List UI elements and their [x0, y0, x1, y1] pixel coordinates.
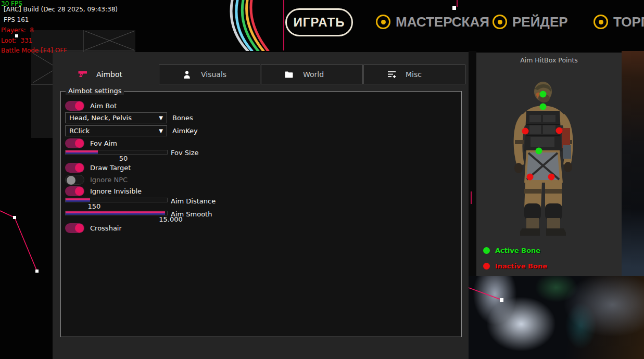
background-scene: [469, 276, 644, 359]
bones-dropdown-value: Head, Neck, Pelvis: [66, 114, 159, 122]
crosshair-toggle[interactable]: [65, 223, 84, 233]
tab-world[interactable]: World: [261, 65, 363, 84]
screen: 30 FPS [ARC] Build (Dec 28 2025, 09:43:3…: [0, 0, 644, 359]
folder-icon: [284, 70, 294, 79]
tab-aimbot-label: Aimbot: [96, 70, 122, 79]
right-shoulder-bone-dot: [556, 127, 563, 134]
raider-icon: [493, 15, 507, 29]
crosshair-label: Crosshair: [90, 224, 122, 232]
aim-smooth-slider-fill: [66, 211, 165, 215]
fov-aim-toggle[interactable]: [65, 138, 84, 148]
inactive-bone-label: Inactive Bone: [495, 262, 547, 270]
bones-label: Bones: [172, 114, 193, 122]
menu-item-raider[interactable]: РЕЙДЕР: [493, 13, 568, 31]
aim-bot-row: Aim Bot: [65, 101, 117, 111]
fov-aim-label: Fov Aim: [90, 139, 117, 147]
tab-visuals[interactable]: Visuals: [159, 65, 260, 84]
ignore-invisible-label: Ignore Invisible: [90, 187, 142, 195]
aim-distance-label: Aim Distance: [171, 197, 216, 205]
head-bone-dot: [540, 91, 547, 98]
aim-distance-value: 150: [84, 202, 105, 210]
right-hip-bone-dot: [548, 174, 555, 181]
draw-target-row: Draw Target: [65, 163, 131, 173]
aim-bot-label: Aim Bot: [90, 102, 117, 110]
fov-size-value: 50: [113, 155, 134, 162]
pelvis-bone-dot: [536, 148, 542, 155]
person-icon: [182, 70, 192, 79]
bones-dropdown[interactable]: Head, Neck, Pelvis ▼: [65, 112, 167, 123]
left-shoulder-bone-dot: [522, 128, 529, 135]
fov-aim-row: Fov Aim: [65, 138, 117, 148]
loot-count-label: Loot: 331: [1, 37, 32, 44]
trade-icon: [594, 15, 608, 29]
background-scene-right: [622, 51, 644, 276]
play-button[interactable]: ИГРАТЬ: [285, 8, 353, 36]
aimkey-dropdown[interactable]: RClick ▼: [65, 125, 167, 136]
aimbot-settings-group: Aimbot settings Aim Bot Head, Neck, Pelv…: [60, 91, 462, 337]
aim-smooth-slider[interactable]: [65, 211, 168, 215]
draw-target-toggle[interactable]: [65, 163, 84, 173]
menu-item-workshop-label: МАСТЕРСКАЯ: [396, 14, 489, 30]
aimkey-label: AimKey: [172, 127, 198, 135]
legend-inactive-bone: Inactive Bone: [483, 262, 547, 270]
ignore-npc-label: Ignore NPC: [90, 176, 128, 184]
ignore-invisible-row: Ignore Invisible: [65, 186, 142, 196]
active-bone-dot-icon: [483, 247, 490, 254]
menu-item-workshop[interactable]: МАСТЕРСКАЯ: [376, 13, 489, 31]
fps-counter-label: FPS 161: [4, 16, 29, 23]
workshop-icon: [376, 15, 390, 29]
chevron-down-icon: ▼: [159, 128, 167, 134]
aim-distance-slider-fill: [66, 198, 90, 202]
menu-item-trade[interactable]: ТОРГО: [594, 13, 644, 31]
legend-active-bone: Active Bone: [483, 247, 540, 254]
cheat-panel: Aimbot Visuals World Misc Aimbot setting…: [53, 52, 469, 359]
tab-misc[interactable]: Misc: [363, 65, 465, 84]
fov-size-label: Fov Size: [171, 149, 198, 157]
aimbot-settings-title: Aimbot settings: [66, 87, 124, 95]
draw-target-label: Draw Target: [90, 164, 131, 172]
chevron-down-icon: ▼: [159, 115, 167, 121]
neck-bone-dot: [540, 104, 547, 110]
active-bone-label: Active Bone: [495, 247, 540, 254]
aim-bot-toggle[interactable]: [65, 101, 84, 111]
pistol-icon: [78, 70, 87, 79]
inactive-bone-dot-icon: [483, 263, 490, 270]
tab-world-label: World: [303, 70, 324, 79]
tab-aimbot[interactable]: Aimbot: [68, 65, 157, 84]
ignore-invisible-toggle[interactable]: [65, 186, 84, 196]
sliders-plus-icon: [387, 70, 396, 79]
menu-item-trade-label: ТОРГО: [613, 14, 644, 30]
ignore-npc-toggle[interactable]: [65, 175, 84, 185]
tab-misc-label: Misc: [406, 70, 422, 79]
hitbox-panel: Aim HitBox Points: [476, 53, 622, 276]
aim-distance-slider[interactable]: [65, 198, 168, 202]
aim-smooth-value: 15.000: [155, 215, 186, 223]
menu-item-raider-label: РЕЙДЕР: [512, 14, 568, 30]
background-gap: [469, 51, 476, 276]
build-info-label: [ARC] Build (Dec 28 2025, 09:43:38): [4, 6, 118, 13]
player-model: [501, 79, 585, 240]
fov-size-slider-fill: [66, 150, 98, 154]
rainbow-streak: [223, 0, 291, 51]
aimkey-dropdown-value: RClick: [66, 127, 159, 135]
play-button-label: ИГРАТЬ: [294, 15, 345, 30]
players-count-label: Players: 8: [1, 27, 34, 34]
ignore-npc-row: Ignore NPC: [65, 175, 128, 185]
hitbox-panel-title: Aim HitBox Points: [476, 56, 622, 64]
fov-size-slider[interactable]: [65, 150, 168, 155]
left-hip-bone-dot: [527, 174, 534, 181]
crosshair-row: Crosshair: [65, 223, 122, 233]
tab-visuals-label: Visuals: [201, 70, 226, 79]
